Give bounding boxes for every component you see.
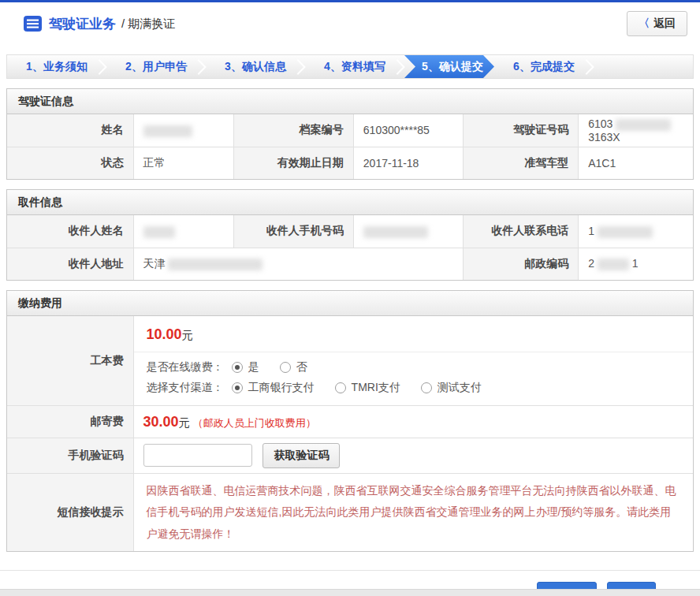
online-payment-yes-option[interactable]: 是 — [232, 360, 259, 374]
work-fee-value: 10.00元 是否在线缴费： 是 否 — [133, 316, 693, 406]
table-row: 短信接收提示 因陕西省联通、电信运营商技术问题，陕西省互联网交通安全综合服务管理… — [7, 474, 693, 551]
table-row: 状态 正常 有效期止日期 2017-11-18 准驾车型 A1C1 — [7, 147, 693, 179]
bottom-page-strip — [0, 589, 700, 596]
payment-channel-question-row: 选择支付渠道： 工商银行支付 TMRI支付 测试支付 — [134, 378, 693, 398]
back-button-label: 返回 — [653, 17, 676, 31]
license-number-label: 驾驶证号码 — [464, 114, 579, 147]
postcode-suffix: 1 — [632, 257, 639, 270]
mail-fee-label: 邮寄费 — [7, 406, 133, 438]
table-row: 收件人姓名 收件人手机号码 收件人联系电话 1 — [7, 215, 693, 248]
breadcrumb-current: / 期满换证 — [121, 17, 175, 32]
step-wizard-bar: 1、业务须知 2、用户申告 3、确认信息 4、资料填写 5、确认提交 6、完成提… — [6, 54, 694, 79]
channel-test-label: 测试支付 — [438, 381, 482, 395]
payment-options-block: 是否在线缴费： 是 否 选择支付渠道： — [134, 352, 693, 405]
name-label: 姓名 — [7, 114, 133, 147]
table-row: 邮寄费 30.00元（邮政人员上门收取费用） — [7, 406, 693, 438]
name-value — [133, 114, 234, 147]
fee-section-title: 缴纳费用 — [7, 291, 693, 316]
fee-table: 工本费 10.00元 是否在线缴费： 是 否 — [7, 316, 693, 551]
chevron-left-icon: 〈 — [639, 17, 650, 31]
work-fee-amount: 10.00 — [147, 326, 182, 342]
channel-icbc-option[interactable]: 工商银行支付 — [232, 381, 315, 395]
redacted-license-number — [616, 119, 671, 131]
step-label: 1、业务须知 — [26, 60, 88, 74]
sms-code-label: 手机验证码 — [7, 438, 133, 474]
pickup-info-section-title: 取件信息 — [7, 190, 693, 215]
chevron-right-icon — [579, 59, 594, 75]
status-value: 正常 — [133, 147, 234, 179]
file-number-label: 档案编号 — [234, 114, 353, 147]
vehicle-class-value: A1C1 — [579, 147, 693, 179]
radio-unchecked-icon[interactable] — [421, 382, 432, 393]
license-info-section-title: 驾驶证信息 — [7, 89, 693, 114]
license-number-value: 6103 3163X — [579, 114, 693, 147]
step-label: 6、完成提交 — [513, 60, 575, 74]
license-number-prefix: 6103 — [588, 117, 612, 130]
table-row: 工本费 10.00元 是否在线缴费： 是 否 — [7, 316, 693, 406]
step-5-confirm-submit-active: 5、确认提交 — [404, 55, 494, 78]
step-3-confirm-info: 3、确认信息 — [206, 55, 305, 78]
sms-code-value-cell: 获取验证码 — [133, 438, 693, 474]
channel-tmri-option[interactable]: TMRI支付 — [335, 381, 400, 395]
fee-section: 缴纳费用 工本费 10.00元 是否在线缴费： 是 — [6, 290, 694, 552]
redacted-postcode — [598, 259, 629, 270]
vehicle-class-label: 准驾车型 — [464, 147, 579, 179]
radio-checked-icon[interactable] — [232, 382, 243, 393]
page-header: 驾驶证业务 / 期满换证 〈 返回 — [0, 2, 700, 45]
step-bar-filler — [594, 55, 693, 78]
work-fee-unit: 元 — [182, 329, 193, 341]
recipient-mobile-value — [353, 215, 463, 248]
radio-checked-icon[interactable] — [232, 362, 243, 373]
license-info-section: 驾驶证信息 姓名 档案编号 610300****85 驾驶证号码 6103 31… — [6, 88, 694, 180]
redacted-name — [143, 125, 192, 137]
online-payment-no-label: 否 — [296, 360, 307, 374]
step-1-business-notice: 1、业务须知 — [7, 55, 106, 78]
chevron-right-icon — [91, 59, 107, 75]
table-row: 手机验证码 获取验证码 — [7, 438, 693, 474]
chevron-right-icon — [290, 59, 306, 75]
pickup-info-table: 收件人姓名 收件人手机号码 收件人联系电话 1 收件人地址 天津 邮政编码 2 … — [7, 215, 693, 280]
step-label: 2、用户申告 — [125, 60, 187, 74]
step-2-user-declaration: 2、用户申告 — [106, 55, 206, 78]
step-label: 3、确认信息 — [225, 60, 286, 74]
mail-fee-amount: 30.00 — [143, 414, 179, 430]
redacted-mobile — [363, 226, 428, 238]
get-sms-code-button[interactable]: 获取验证码 — [262, 443, 340, 468]
channel-test-option[interactable]: 测试支付 — [421, 381, 482, 395]
mail-fee-note: （邮政人员上门收取费用） — [193, 417, 316, 429]
channel-tmri-label: TMRI支付 — [352, 381, 400, 395]
step-4-fill-material: 4、资料填写 — [305, 55, 404, 78]
recipient-address-value: 天津 — [133, 248, 463, 280]
recipient-mobile-label: 收件人手机号码 — [234, 215, 353, 248]
chevron-right-icon — [191, 59, 207, 75]
sms-notice-text: 因陕西省联通、电信运营商技术问题，陕西省互联网交通安全综合服务管理平台无法向持陕… — [147, 480, 680, 545]
online-payment-question-row: 是否在线缴费： 是 否 — [134, 357, 693, 378]
radio-unchecked-icon[interactable] — [280, 362, 291, 373]
page-title: 驾驶证业务 — [49, 15, 116, 33]
postcode-label: 邮政编码 — [464, 248, 579, 280]
table-row: 姓名 档案编号 610300****85 驾驶证号码 6103 3163X — [7, 114, 693, 147]
sms-code-input[interactable] — [143, 444, 252, 467]
redacted-phone — [598, 226, 653, 238]
postcode-value: 2 1 — [579, 248, 693, 280]
back-button[interactable]: 〈 返回 — [627, 11, 687, 36]
file-number-value: 610300****85 — [353, 114, 463, 147]
step-label: 5、确认提交 — [422, 60, 483, 74]
radio-unchecked-icon[interactable] — [335, 382, 346, 393]
status-label: 状态 — [7, 147, 133, 179]
recipient-phone-value: 1 — [579, 215, 693, 248]
work-fee-label: 工本费 — [7, 316, 133, 406]
license-info-table: 姓名 档案编号 610300****85 驾驶证号码 6103 3163X 状态… — [7, 114, 693, 179]
table-row: 收件人地址 天津 邮政编码 2 1 — [7, 248, 693, 280]
payment-channel-question: 选择支付渠道： — [147, 381, 224, 395]
step-label: 4、资料填写 — [324, 60, 385, 74]
list-document-icon — [24, 16, 42, 32]
mail-fee-unit: 元 — [179, 416, 190, 429]
redacted-recipient-name — [143, 226, 175, 238]
recipient-name-label: 收件人姓名 — [7, 215, 133, 248]
recipient-phone-label: 收件人联系电话 — [464, 215, 579, 248]
online-payment-no-option[interactable]: 否 — [280, 360, 307, 374]
redacted-address — [168, 259, 262, 270]
phone-prefix: 1 — [588, 225, 594, 237]
online-payment-question: 是否在线缴费： — [147, 360, 224, 374]
